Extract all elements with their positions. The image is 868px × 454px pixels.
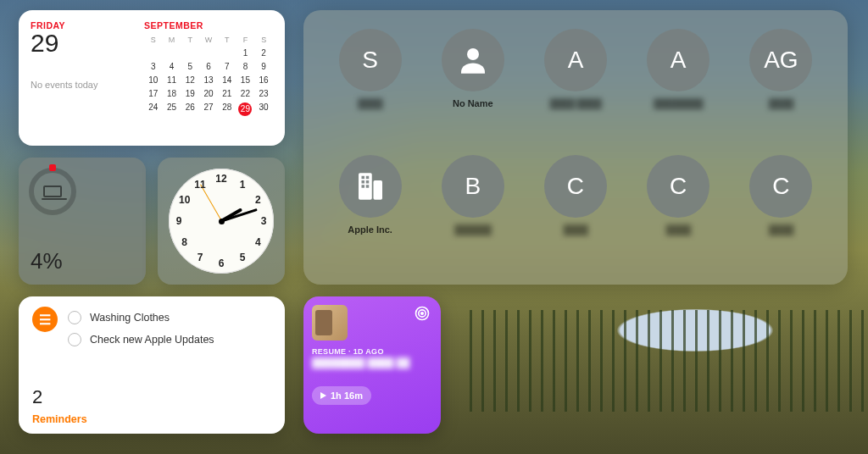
calendar-cell[interactable]: 15	[236, 73, 255, 86]
calendar-widget[interactable]: FRIDAY 29 No events today SEPTEMBER SMTW…	[19, 10, 285, 146]
contact-cell[interactable]: C████	[735, 155, 827, 273]
calendar-cell[interactable]: 23	[254, 86, 273, 100]
svg-point-11	[421, 313, 424, 315]
calendar-cell[interactable]: 14	[218, 73, 236, 86]
calendar-cell[interactable]: 24	[144, 100, 163, 118]
contact-name: ████	[666, 224, 691, 235]
reminder-item[interactable]: Check new Apple Updates	[68, 329, 271, 351]
podcast-duration: 1h 16m	[331, 390, 363, 401]
reminder-item[interactable]: Washing Clothes	[68, 307, 271, 329]
reminder-radio[interactable]	[68, 311, 81, 324]
contact-name: ████	[563, 224, 587, 235]
calendar-cell[interactable]: 3	[144, 59, 163, 73]
calendar-cell[interactable]: 16	[254, 73, 273, 86]
contact-cell[interactable]: C████	[529, 155, 621, 273]
reminders-items: Washing ClothesCheck new Apple Updates	[68, 307, 271, 351]
clock-number: 3	[261, 215, 267, 227]
calendar-cell[interactable]: 28	[218, 100, 236, 118]
reminders-icon: ☰	[32, 307, 58, 332]
calendar-dow: W	[199, 34, 218, 46]
svg-rect-5	[361, 180, 364, 184]
contact-avatar	[442, 29, 504, 91]
clock-number: 11	[194, 179, 205, 191]
podcast-widget[interactable]: RESUME · 1D AGO ████████ ████ ██ 1h 16m	[303, 296, 441, 434]
contact-cell[interactable]: A████ ████	[529, 29, 621, 147]
calendar-cell[interactable]: 13	[199, 73, 218, 86]
calendar-cell[interactable]: 9	[254, 59, 273, 73]
contact-cell[interactable]: A████████	[632, 29, 725, 147]
calendar-cell[interactable]: 27	[199, 100, 218, 118]
calendar-cell[interactable]	[181, 46, 199, 59]
calendar-cell[interactable]	[199, 46, 218, 59]
contact-name: ████	[358, 98, 382, 108]
contact-name: ██████	[454, 224, 492, 235]
clock-number: 8	[181, 236, 187, 248]
clock-number: 12	[215, 173, 226, 185]
reminder-text: Check new Apple Updates	[90, 334, 214, 346]
clock-widget[interactable]: 121234567891011	[158, 158, 285, 285]
svg-rect-1	[359, 173, 372, 200]
calendar-dow: M	[163, 34, 181, 46]
battery-widget[interactable]: 4%	[19, 158, 146, 285]
contact-avatar: C	[647, 155, 709, 218]
contact-name: ████	[769, 98, 793, 108]
contact-avatar	[339, 155, 402, 218]
contact-cell[interactable]: B██████	[426, 155, 519, 273]
calendar-cell[interactable]: 4	[163, 59, 181, 73]
battery-low-indicator	[49, 164, 56, 171]
widgets-layer: FRIDAY 29 No events today SEPTEMBER SMTW…	[0, 0, 868, 454]
contact-cell[interactable]: C████	[632, 155, 725, 273]
calendar-month: SEPTEMBER	[144, 20, 273, 30]
calendar-cell[interactable]: 17	[144, 86, 163, 100]
calendar-cell[interactable]: 19	[181, 86, 199, 100]
calendar-cell[interactable]	[144, 46, 163, 59]
calendar-cell[interactable]: 26	[181, 100, 199, 118]
calendar-cell[interactable]: 6	[199, 59, 218, 73]
podcast-play-pill[interactable]: 1h 16m	[312, 386, 371, 405]
calendar-cell[interactable]: 12	[181, 73, 199, 86]
calendar-cell[interactable]: 30	[254, 100, 273, 118]
contact-cell[interactable]: AG████	[735, 29, 827, 147]
reminders-top: ☰ Washing ClothesCheck new Apple Updates	[32, 307, 271, 351]
clock-number: 6	[219, 257, 225, 269]
calendar-cell[interactable]	[163, 46, 181, 59]
contact-cell[interactable]: S████	[324, 29, 416, 147]
contact-name: ████████	[654, 98, 703, 108]
contact-cell[interactable]: Apple Inc.	[324, 155, 416, 273]
contact-avatar: C	[544, 155, 607, 218]
contact-cell[interactable]: No Name	[426, 29, 519, 147]
calendar-cell[interactable]: 22	[236, 86, 255, 100]
calendar-cell[interactable]: 11	[163, 73, 181, 86]
calendar-cell[interactable]: 21	[218, 86, 236, 100]
calendar-cell[interactable]: 10	[144, 73, 163, 86]
contacts-widget[interactable]: S████No NameA████ ████A████████AG████App…	[303, 10, 848, 285]
calendar-cell[interactable]: 2	[254, 46, 273, 59]
svg-point-0	[467, 48, 479, 60]
battery-percent: 4%	[31, 248, 63, 274]
clock-number: 2	[255, 194, 261, 206]
svg-rect-2	[373, 180, 382, 200]
svg-rect-3	[361, 176, 364, 180]
clock-center	[219, 219, 225, 224]
calendar-cell[interactable]	[218, 46, 236, 59]
calendar-day-number: 29	[31, 29, 132, 58]
podcasts-icon	[414, 305, 431, 325]
calendar-grid: SMTWTFS123456789101112131415161718192021…	[144, 34, 273, 118]
calendar-cell[interactable]: 1	[236, 46, 255, 59]
calendar-cell[interactable]: 20	[199, 86, 218, 100]
svg-rect-8	[365, 185, 369, 188]
contact-avatar: A	[544, 29, 607, 91]
calendar-cell[interactable]: 5	[181, 59, 199, 73]
calendar-cell[interactable]: 29	[236, 100, 255, 118]
reminders-widget[interactable]: ☰ Washing ClothesCheck new Apple Updates…	[19, 296, 285, 434]
podcast-meta: RESUME · 1D AGO	[312, 347, 432, 356]
play-icon	[320, 392, 326, 399]
clock-number: 7	[198, 252, 203, 263]
svg-rect-7	[361, 185, 364, 188]
calendar-cell[interactable]: 25	[163, 100, 181, 118]
calendar-dow: F	[236, 34, 255, 46]
calendar-cell[interactable]: 18	[163, 86, 181, 100]
calendar-cell[interactable]: 7	[218, 59, 236, 73]
reminder-radio[interactable]	[68, 333, 81, 346]
calendar-cell[interactable]: 8	[236, 59, 255, 73]
